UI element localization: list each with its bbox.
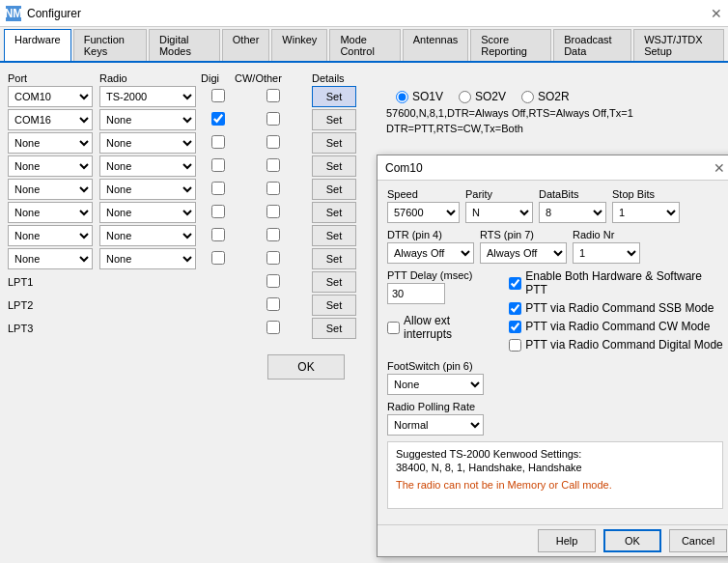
rts-group: RTS (pin 7) Always Off (480, 229, 567, 264)
digi-checkbox[interactable] (211, 135, 225, 149)
digi-checkbox[interactable] (211, 182, 225, 195)
set-button[interactable]: Set (312, 179, 356, 200)
lpt-set-button[interactable]: Set (312, 295, 356, 316)
ptt-digital-row: PTT via Radio Command Digital Mode (509, 338, 723, 352)
port-select[interactable]: COM10COM16COM3None (8, 109, 93, 130)
allow-ext-interrupts-label: Allow ext interrupts (404, 314, 499, 341)
port-select[interactable]: COM10COM16COM3None (8, 225, 93, 246)
cw-checkbox[interactable] (266, 158, 280, 172)
suggested-line2: 38400, N, 8, 1, Handshake, Handshake (396, 462, 714, 473)
set-button[interactable]: Set (312, 109, 356, 130)
speed-select[interactable]: 57600 (387, 202, 460, 223)
digi-checkbox[interactable] (211, 205, 225, 218)
set-button[interactable]: Set (312, 248, 356, 269)
suggested-line1: Suggested TS-2000 Kenwood Settings: (396, 448, 714, 460)
ptt-delay-input[interactable] (387, 283, 445, 304)
dialog-ok-button[interactable]: OK (603, 529, 661, 552)
radionr-select[interactable]: 1 (573, 242, 640, 264)
parity-select[interactable]: N (465, 202, 533, 223)
radio-select[interactable]: TS-2000NoneIC-7300 (99, 202, 196, 223)
ptt-digital-checkbox[interactable] (509, 339, 521, 352)
stopbits-select[interactable]: 1 (612, 202, 680, 223)
port-row: COM10COM16COM3NoneTS-2000NoneIC-7300Set (4, 132, 724, 154)
com10-dialog: Com10 ✕ Speed 57600 Parity N DataBits 8 (377, 155, 728, 557)
lpt-cw-checkbox[interactable] (266, 321, 280, 334)
cw-checkbox[interactable] (266, 205, 280, 218)
port-select[interactable]: COM10COM16COM3None (8, 155, 93, 177)
tab-winkey[interactable]: Winkey (271, 29, 327, 61)
radio-select[interactable]: TS-2000NoneIC-7300 (99, 155, 196, 177)
radio-select[interactable]: TS-2000NoneIC-7300 (99, 248, 196, 269)
allow-ext-interrupts-row: Allow ext interrupts (387, 314, 499, 341)
dialog-cancel-button[interactable]: Cancel (669, 529, 727, 552)
enable-hw-sw-ptt-checkbox[interactable] (509, 277, 521, 290)
tab-other[interactable]: Other (222, 29, 270, 61)
tab-score-reporting[interactable]: Score Reporting (470, 29, 551, 61)
radio-so1v[interactable]: SO1V (396, 90, 443, 103)
ptt-checkboxes: Enable Both Hardware & Software PTT PTT … (509, 269, 723, 354)
tab-digital-modes[interactable]: Digital Modes (149, 29, 220, 61)
header-cwother: CW/Other (235, 72, 312, 84)
cw-checkbox[interactable] (266, 135, 280, 149)
radio-select[interactable]: TS-2000NoneIC-7300 (99, 132, 196, 154)
ptt-ssb-row: PTT via Radio Command SSB Mode (509, 301, 723, 315)
databits-select[interactable]: 8 (539, 202, 606, 223)
ok-button[interactable]: OK (267, 354, 345, 380)
digi-checkbox[interactable] (211, 112, 225, 126)
set-button[interactable]: Set (312, 225, 356, 246)
port-select[interactable]: COM10COM16COM3None (8, 202, 93, 223)
radio-select[interactable]: TS-2000NoneIC-7300 (99, 109, 196, 130)
port-select[interactable]: COM10COM16COM3None (8, 248, 93, 269)
digi-checkbox[interactable] (211, 251, 225, 265)
port-select[interactable]: COM10COM16COM3None (8, 179, 93, 200)
lpt-cw-checkbox[interactable] (266, 274, 280, 288)
ptt-cw-label: PTT via Radio Command CW Mode (525, 320, 710, 333)
dtr-select[interactable]: Always Off (387, 242, 474, 264)
lpt-set-button[interactable]: Set (312, 318, 356, 339)
port-select[interactable]: COM10COM16COM3None (8, 132, 93, 154)
cw-checkbox[interactable] (266, 228, 280, 241)
digi-checkbox[interactable] (211, 89, 225, 102)
radio-select[interactable]: TS-2000NoneIC-7300 (99, 225, 196, 246)
tab-wsjt[interactable]: WSJT/JTDX Setup (633, 29, 724, 61)
set-button[interactable]: Set (312, 86, 356, 107)
cw-checkbox[interactable] (266, 182, 280, 195)
digi-checkbox[interactable] (211, 158, 225, 172)
radio-select[interactable]: TS-2000NoneIC-7300 (99, 179, 196, 200)
radio-so2r[interactable]: SO2R (521, 90, 570, 103)
ptt-delay-label: PTT Delay (msec) (387, 269, 499, 281)
rts-select[interactable]: Always Off (480, 242, 567, 264)
polling-select[interactable]: Normal (387, 414, 484, 436)
tab-hardware[interactable]: Hardware (4, 29, 71, 61)
port-select[interactable]: COM10COM16COM3None (8, 86, 93, 107)
dialog-title: Com10 (385, 161, 423, 175)
set-button[interactable]: Set (312, 132, 356, 154)
set-button[interactable]: Set (312, 202, 356, 223)
enable-hw-sw-ptt-row: Enable Both Hardware & Software PTT (509, 269, 723, 296)
footswitch-select[interactable]: None (387, 374, 484, 395)
close-button[interactable]: ✕ (711, 6, 722, 21)
lpt-cw-checkbox[interactable] (266, 297, 280, 311)
radio-so2v[interactable]: SO2V (459, 90, 506, 103)
header-details: Details (312, 72, 370, 84)
set-button[interactable]: Set (312, 155, 356, 177)
cw-checkbox[interactable] (266, 251, 280, 265)
lpt-set-button[interactable]: Set (312, 271, 356, 293)
tab-function-keys[interactable]: Function Keys (73, 29, 147, 61)
tab-broadcast-data[interactable]: Broadcast Data (553, 29, 631, 61)
allow-ext-interrupts-checkbox[interactable] (387, 322, 400, 334)
dtr-label: DTR (pin 4) (387, 229, 474, 240)
tab-antennas[interactable]: Antennas (403, 29, 468, 61)
stopbits-label: Stop Bits (612, 188, 680, 200)
dialog-close-button[interactable]: ✕ (714, 160, 725, 176)
digi-checkbox[interactable] (211, 228, 225, 241)
ptt-ssb-checkbox[interactable] (509, 302, 521, 315)
polling-label: Radio Polling Rate (387, 401, 723, 412)
ptt-ssb-label: PTT via Radio Command SSB Mode (525, 301, 714, 315)
cw-checkbox[interactable] (266, 89, 280, 102)
tab-mode-control[interactable]: Mode Control (329, 29, 400, 61)
radio-select[interactable]: TS-2000NoneIC-7300 (99, 86, 196, 107)
ptt-cw-checkbox[interactable] (509, 321, 521, 333)
cw-checkbox[interactable] (266, 112, 280, 126)
dialog-help-button[interactable]: Help (538, 529, 596, 552)
